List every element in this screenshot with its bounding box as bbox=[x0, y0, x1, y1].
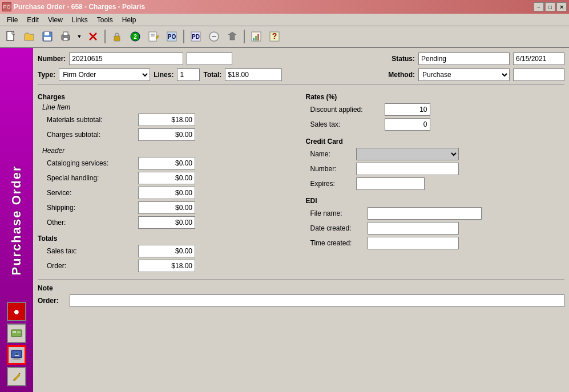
status-input[interactable] bbox=[418, 52, 510, 65]
separator-1 bbox=[104, 30, 106, 43]
special-input[interactable] bbox=[138, 172, 195, 184]
rates-sales-tax-row: Sales tax: bbox=[306, 118, 565, 131]
other-row: Other: bbox=[38, 216, 297, 229]
cc-expires-input[interactable] bbox=[356, 177, 425, 190]
number-extra-input[interactable] bbox=[187, 52, 232, 65]
svg-text:2: 2 bbox=[134, 34, 137, 40]
main-area: Purchase Order ● 💻 Number: Status: bbox=[0, 48, 569, 392]
edi-time-input[interactable] bbox=[368, 237, 459, 249]
right-column: Rates (%) Discount applied: Sales tax: C… bbox=[306, 88, 565, 274]
print-button[interactable] bbox=[57, 28, 74, 45]
charges-subtotal-input[interactable] bbox=[138, 128, 195, 141]
note-order-input[interactable] bbox=[70, 294, 564, 307]
svg-text:PD: PD bbox=[192, 34, 200, 40]
menu-links[interactable]: Links bbox=[67, 15, 92, 25]
svg-marker-37 bbox=[13, 374, 20, 381]
service-input[interactable] bbox=[138, 187, 195, 199]
approve-button[interactable]: 2 bbox=[127, 28, 144, 45]
side-panel-label: Purchase Order bbox=[9, 165, 24, 275]
main-content: Charges Line Item Materials subtotal: Ch… bbox=[38, 88, 564, 274]
edi-date-row: Date created: bbox=[306, 222, 565, 235]
side-icon-pencil[interactable] bbox=[7, 367, 26, 386]
discount-input[interactable] bbox=[385, 103, 430, 116]
side-icon-red[interactable]: ● bbox=[7, 302, 26, 321]
delete-button[interactable] bbox=[84, 28, 102, 45]
open-button[interactable] bbox=[21, 28, 38, 45]
svg-rect-12 bbox=[149, 32, 156, 41]
receive-button[interactable] bbox=[224, 28, 241, 45]
svg-rect-35 bbox=[13, 359, 21, 359]
total-input[interactable] bbox=[225, 68, 282, 81]
separator-2 bbox=[183, 30, 184, 43]
status-date-input[interactable] bbox=[513, 52, 564, 65]
method-select[interactable]: Purchase bbox=[418, 68, 510, 81]
minimize-button[interactable]: − bbox=[534, 2, 544, 11]
totals-sales-tax-input[interactable] bbox=[138, 245, 195, 257]
edit-button[interactable] bbox=[145, 28, 162, 45]
restore-button[interactable]: □ bbox=[545, 2, 555, 11]
print-dropdown[interactable]: ▼ bbox=[75, 28, 83, 45]
materials-subtotal-row: Materials subtotal: bbox=[38, 114, 297, 126]
svg-rect-3 bbox=[44, 37, 51, 41]
shipping-input[interactable] bbox=[138, 201, 195, 214]
lines-input[interactable] bbox=[177, 68, 200, 81]
cc-number-input[interactable] bbox=[356, 163, 459, 175]
rates-sales-tax-input[interactable] bbox=[385, 118, 430, 131]
edi-date-label: Date created: bbox=[310, 224, 368, 232]
title-bar: PO Purchase Order - 658 - Charges - Pola… bbox=[0, 0, 569, 14]
other-label: Other: bbox=[47, 219, 138, 227]
cataloging-row: Cataloging services: bbox=[38, 157, 297, 169]
order-total-input[interactable] bbox=[138, 260, 195, 272]
svg-rect-26 bbox=[257, 34, 259, 41]
cc-name-select[interactable] bbox=[356, 148, 459, 160]
type-select[interactable]: Firm Order bbox=[59, 68, 150, 81]
help-button[interactable]: ? bbox=[266, 28, 283, 45]
edi-filename-row: File name: bbox=[306, 207, 565, 220]
svg-line-38 bbox=[19, 373, 20, 374]
totals-header: Totals bbox=[38, 235, 297, 243]
charges-subtotal-label: Charges subtotal: bbox=[47, 131, 138, 139]
svg-rect-25 bbox=[255, 36, 257, 41]
number-input[interactable] bbox=[69, 52, 183, 65]
service-row: Service: bbox=[38, 187, 297, 199]
materials-subtotal-label: Materials subtotal: bbox=[47, 116, 138, 124]
other-input[interactable] bbox=[138, 216, 195, 229]
report-button[interactable] bbox=[248, 28, 265, 45]
cataloging-input[interactable] bbox=[138, 157, 195, 169]
edi-time-row: Time created: bbox=[306, 237, 565, 249]
edi-filename-input[interactable] bbox=[368, 207, 482, 220]
edi-time-label: Time created: bbox=[310, 239, 368, 247]
note-section: Note Order: bbox=[38, 279, 564, 307]
method-label: Method: bbox=[388, 71, 415, 79]
save-button[interactable] bbox=[39, 28, 56, 45]
charges-section: Charges Line Item Materials subtotal: Ch… bbox=[38, 88, 297, 274]
svg-rect-30 bbox=[13, 331, 16, 333]
side-icon-active[interactable]: 💻 bbox=[7, 345, 26, 365]
menu-edit[interactable]: Edit bbox=[22, 15, 43, 25]
svg-rect-2 bbox=[45, 32, 49, 35]
cancel-po-button[interactable] bbox=[205, 28, 223, 45]
totals-sales-tax-label: Sales tax: bbox=[47, 247, 138, 255]
shipping-label: Shipping: bbox=[47, 204, 138, 212]
menu-view[interactable]: View bbox=[43, 15, 67, 25]
new-button[interactable] bbox=[2, 28, 19, 45]
separator-3 bbox=[244, 30, 245, 43]
lock-button[interactable] bbox=[108, 28, 126, 45]
method-extra-input[interactable] bbox=[513, 68, 564, 81]
note-divider bbox=[38, 279, 564, 280]
edi-date-input[interactable] bbox=[368, 222, 459, 235]
materials-subtotal-input[interactable] bbox=[138, 114, 195, 126]
side-icon-green[interactable] bbox=[7, 324, 26, 343]
menu-help[interactable]: Help bbox=[118, 15, 141, 25]
status-label: Status: bbox=[392, 55, 415, 63]
menu-tools[interactable]: Tools bbox=[92, 15, 118, 25]
side-panel: Purchase Order ● 💻 bbox=[0, 48, 33, 392]
po2-button[interactable]: PD bbox=[187, 28, 204, 45]
note-order-label: Order: bbox=[38, 297, 66, 305]
charges-subtotal-row: Charges subtotal: bbox=[38, 128, 297, 141]
header-row-2: Type: Firm Order Lines: Total: Method: P… bbox=[38, 68, 564, 81]
cataloging-label: Cataloging services: bbox=[47, 159, 138, 167]
close-button[interactable]: ✕ bbox=[556, 2, 567, 11]
menu-file[interactable]: File bbox=[2, 15, 22, 25]
po1-button[interactable]: PO bbox=[163, 28, 180, 45]
